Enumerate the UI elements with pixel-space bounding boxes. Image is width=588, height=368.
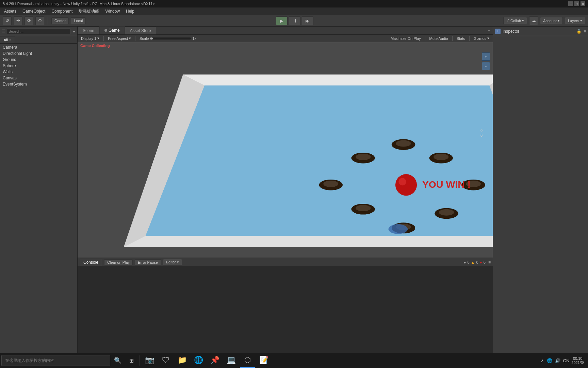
maximize-btn[interactable]: Maximize On Play bbox=[389, 36, 422, 41]
hier-eventsystem[interactable]: EventSystem bbox=[0, 81, 77, 87]
tab-game[interactable]: Game bbox=[99, 26, 125, 34]
tray-arrow-icon[interactable]: ∧ bbox=[540, 357, 545, 364]
game-toolbar-sep-1 bbox=[103, 36, 104, 41]
taskbar-search-button[interactable]: 🔍 bbox=[112, 354, 124, 367]
hier-walls[interactable]: Walls bbox=[0, 69, 77, 75]
stats-btn[interactable]: Stats bbox=[455, 36, 467, 41]
console-content bbox=[78, 267, 493, 353]
svg-point-24 bbox=[398, 178, 406, 185]
play-button[interactable]: ▶ bbox=[276, 16, 288, 25]
console-tab[interactable]: Console bbox=[80, 259, 102, 266]
mute-btn[interactable]: Mute Audio bbox=[428, 36, 450, 41]
warn-icon: ▲ bbox=[471, 260, 475, 265]
layers-button[interactable]: Layers ▾ bbox=[565, 17, 585, 24]
toolbar-center: ▶ ⏸ ⏭ bbox=[88, 16, 501, 25]
console-options-icon[interactable]: ≡ bbox=[488, 260, 491, 265]
taskbar-taskview-button[interactable]: ⊞ bbox=[125, 354, 137, 367]
window-title: 8.4.29f1 Personal - roll a ball.unity - … bbox=[3, 2, 568, 6]
refresh-button[interactable]: ↺ bbox=[3, 16, 12, 25]
taskbar-vscode-app[interactable]: 💻 bbox=[224, 353, 239, 368]
close-button[interactable]: ✕ bbox=[581, 1, 585, 6]
svg-point-14 bbox=[323, 181, 338, 187]
inspector-icon: i bbox=[495, 29, 501, 34]
scale-fill bbox=[150, 37, 153, 40]
toolbar: ↺ ✛ ⟳ ⊙ Center Local ▶ ⏸ ⏭ ✓ Collab ▾ ☁ … bbox=[0, 15, 588, 27]
maximize-button[interactable]: □ bbox=[574, 1, 579, 6]
hier-canvas[interactable]: Canvas bbox=[0, 75, 77, 81]
taskbar-sep-1 bbox=[140, 355, 140, 366]
hier-directional-light[interactable]: Directional Light bbox=[0, 50, 77, 57]
inspector-options-icon[interactable]: ≡ bbox=[584, 29, 586, 34]
tab-all[interactable]: All ≡ bbox=[0, 36, 15, 43]
scale-control[interactable]: Scale 1x bbox=[138, 36, 198, 41]
gizmos-btn[interactable]: Gizmos ▾ bbox=[472, 35, 491, 41]
title-bar: 8.4.29f1 Personal - roll a ball.unity - … bbox=[0, 0, 588, 7]
game-toolbar-sep-5 bbox=[469, 36, 470, 41]
hier-camera[interactable]: Camera bbox=[0, 44, 77, 50]
clear-on-play-button[interactable]: Clear on Play bbox=[104, 259, 133, 265]
inspector-panel: i Inspector 🔒 ≡ bbox=[493, 27, 588, 353]
account-button[interactable]: Account ▾ bbox=[540, 17, 563, 24]
svg-point-12 bbox=[434, 154, 448, 160]
center-button[interactable]: Center bbox=[51, 17, 69, 24]
hierarchy-search-input[interactable] bbox=[7, 28, 70, 34]
hierarchy-menu-icon[interactable]: ☰ bbox=[2, 29, 5, 33]
console-toolbar: Console Clear on Play Error Pause Editor… bbox=[78, 258, 493, 267]
svg-point-20 bbox=[439, 209, 454, 216]
menu-gameobject[interactable]: GameObject bbox=[20, 8, 48, 14]
gizmo-minus[interactable]: - bbox=[482, 62, 490, 70]
game-toolbar-sep-3 bbox=[425, 36, 425, 41]
menu-assets[interactable]: Assets bbox=[1, 8, 19, 14]
hier-sphere[interactable]: Sphere bbox=[0, 63, 77, 69]
pause-button[interactable]: ⏸ bbox=[289, 16, 300, 25]
display-selector[interactable]: Display 1 ▾ bbox=[80, 35, 101, 41]
menu-component[interactable]: Component bbox=[49, 8, 75, 14]
inspector-lock-icon[interactable]: 🔒 bbox=[576, 29, 582, 34]
error-pause-button[interactable]: Error Pause bbox=[135, 259, 161, 265]
step-button[interactable]: ⏭ bbox=[302, 16, 313, 25]
clock[interactable]: 00:10 2021/3/ bbox=[571, 356, 584, 365]
taskbar-system-tray: ∧ 🌐 🔊 CN 00:10 2021/3/ bbox=[540, 356, 587, 365]
error-count: 0 bbox=[484, 260, 486, 264]
taskbar-word-app[interactable]: 📝 bbox=[256, 353, 271, 368]
hier-ground[interactable]: Ground bbox=[0, 57, 77, 63]
gizmo-plus[interactable]: + bbox=[482, 52, 490, 61]
tab-scene[interactable]: Scene bbox=[78, 27, 99, 34]
gizmo-buttons: + - bbox=[482, 52, 490, 70]
lang-icon[interactable]: CN bbox=[562, 357, 570, 364]
svg-point-8 bbox=[396, 140, 411, 147]
taskbar-search-input[interactable] bbox=[1, 355, 110, 366]
taskbar-unity-app[interactable]: ⬡ bbox=[240, 353, 255, 368]
minimize-button[interactable]: ─ bbox=[568, 1, 573, 6]
taskbar-shield-app[interactable]: 🛡 bbox=[158, 353, 173, 368]
hierarchy-options-icon[interactable]: ≡ bbox=[73, 29, 75, 33]
taskbar-pin-app[interactable]: 📌 bbox=[207, 353, 222, 368]
move-button[interactable]: ✛ bbox=[14, 16, 22, 25]
rotate-button[interactable]: ⟳ bbox=[24, 16, 33, 25]
local-button[interactable]: Local bbox=[71, 17, 86, 24]
game-view: Game Collecting bbox=[78, 42, 493, 258]
menu-window[interactable]: Window bbox=[102, 8, 122, 14]
taskbar-browser-app[interactable]: 🌐 bbox=[191, 353, 206, 368]
console-counts: ● 0 ▲ 0 ● 0 ≡ bbox=[463, 260, 491, 265]
inspector-header: i Inspector 🔒 ≡ bbox=[493, 27, 588, 36]
menu-help[interactable]: Help bbox=[123, 8, 137, 14]
cloud-button[interactable]: ☁ bbox=[529, 16, 538, 25]
tab-dot bbox=[104, 29, 107, 32]
speaker-icon[interactable]: 🔊 bbox=[554, 357, 561, 364]
tabs-more-btn[interactable]: ≡ bbox=[485, 28, 493, 34]
scale-button[interactable]: ⊙ bbox=[35, 16, 44, 25]
collab-button[interactable]: ✓ Collab ▾ bbox=[503, 17, 527, 24]
tab-asset-store[interactable]: Asset Store bbox=[125, 27, 156, 34]
content-area: ☰ ≡ All ≡ Camera Directional Light bbox=[0, 27, 588, 353]
scale-bar[interactable] bbox=[150, 37, 191, 40]
aspect-selector[interactable]: Free Aspect ▾ bbox=[107, 35, 132, 41]
warn-count: 0 bbox=[476, 260, 478, 264]
taskbar-files-app[interactable]: 📁 bbox=[175, 353, 190, 368]
game-toolbar-sep-2 bbox=[135, 36, 135, 41]
editor-button[interactable]: Editor ▾ bbox=[163, 259, 182, 265]
network-icon[interactable]: 🌐 bbox=[546, 357, 553, 364]
taskbar-photo-app[interactable]: 📷 bbox=[142, 353, 157, 368]
menu-enhance[interactable]: 增强版功能 bbox=[76, 8, 102, 15]
game-toolbar: Display 1 ▾ Free Aspect ▾ Scale 1x bbox=[78, 35, 493, 42]
